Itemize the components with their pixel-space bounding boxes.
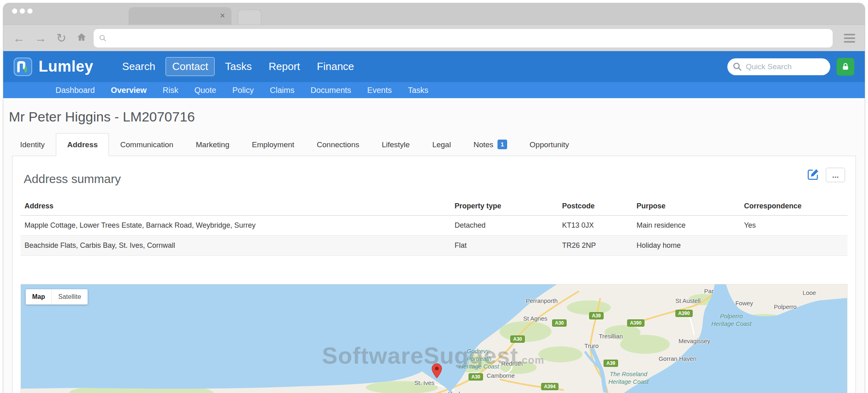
window-control-dot[interactable] [27, 8, 33, 14]
tab-legal[interactable]: Legal [421, 133, 463, 156]
edit-icon[interactable] [807, 167, 820, 183]
subnav-item-overview[interactable]: Overview [103, 86, 155, 95]
tab-label: Lifestyle [382, 140, 410, 149]
card-heading: Address summary [24, 172, 856, 186]
table-cell: Main residence [633, 216, 740, 236]
tab-label: Marketing [196, 140, 229, 149]
column-header-correspondence: Correspondence [740, 198, 848, 216]
quick-search[interactable] [727, 58, 830, 75]
tab-label: Communication [120, 140, 173, 149]
card-actions: ... [807, 167, 845, 183]
map-canvas[interactable]: MapSatellite PerranporthSt AgnesSt Auste… [20, 284, 848, 393]
window-control-dot[interactable] [20, 8, 25, 14]
subnav-item-tasks[interactable]: Tasks [400, 86, 436, 95]
tab-lifestyle[interactable]: Lifestyle [371, 133, 421, 156]
brand-name: Lumley [39, 58, 93, 75]
subnav-item-documents[interactable]: Documents [303, 86, 359, 95]
nav-item-tasks[interactable]: Tasks [219, 57, 258, 76]
tab-opportunity[interactable]: Opportunity [518, 133, 580, 156]
tab-identity[interactable]: Identity [9, 133, 56, 156]
browser-tab-active[interactable]: × [129, 7, 231, 25]
browser-toolbar: ← → ↻ [3, 25, 865, 51]
subnav-item-quote[interactable]: Quote [186, 86, 224, 95]
map-control-map[interactable]: Map [26, 289, 51, 305]
table-cell: Beachside Flats, Carbis Bay, St. Ives, C… [20, 236, 450, 256]
map-type-controls: MapSatellite [26, 289, 88, 305]
tab-communication[interactable]: Communication [109, 133, 184, 156]
search-icon [99, 35, 106, 42]
table-cell: Flat [450, 236, 558, 256]
table-cell: Mapple Cottage, Lower Trees Estate, Barn… [20, 216, 450, 236]
nav-item-report[interactable]: Report [262, 57, 307, 76]
nav-item-contact[interactable]: Contact [166, 57, 215, 76]
table-header-row: AddressProperty typePostcodePurposeCorre… [20, 198, 848, 216]
window-control-dot[interactable] [12, 8, 17, 14]
road-badge-a30: A30 [469, 373, 483, 381]
map-label-perranporth: Perranporth [526, 297, 557, 304]
page-content: Mr Peter Higgins - LM2070716 IdentityAdd… [3, 109, 865, 393]
road-badge-a30: A30 [510, 335, 525, 343]
tab-marketing[interactable]: Marketing [184, 133, 240, 156]
address-bar[interactable] [94, 29, 833, 47]
lumley-logo-icon [14, 58, 32, 76]
back-icon[interactable]: ← [13, 32, 25, 44]
browser-tab-strip: × [3, 3, 865, 25]
more-options-button[interactable]: ... [826, 168, 845, 182]
road-badge-a39: A39 [604, 360, 618, 367]
map-label-hayle: Hayle [448, 391, 463, 393]
road-badge-a390: A390 [627, 319, 645, 327]
tab-connections[interactable]: Connections [305, 133, 371, 156]
notes-count-badge: 1 [497, 140, 507, 149]
table-row[interactable]: Mapple Cottage, Lower Trees Estate, Barn… [20, 216, 848, 236]
subnav-item-policy[interactable]: Policy [224, 86, 262, 95]
forward-icon[interactable]: → [35, 32, 47, 44]
tab-close-icon[interactable]: × [220, 10, 225, 21]
record-tabs: IdentityAddressCommunicationMarketingEmp… [9, 133, 865, 156]
column-header-address: Address [20, 198, 450, 216]
map-label-st-agnes: St Agnes [523, 315, 547, 322]
road-badge-a390: A390 [676, 310, 693, 317]
map-coast-label-the-roseland-heritage-coast: The RoselandHeritage Coast [608, 370, 649, 385]
table-row[interactable]: Beachside Flats, Carbis Bay, St. Ives, C… [20, 236, 848, 256]
tab-employment[interactable]: Employment [241, 133, 306, 156]
road-badge-a30: A30 [552, 319, 567, 327]
lock-icon [841, 62, 850, 71]
browser-window: × ← → ↻ Lumley SearchContactTasksReportF… [3, 3, 865, 393]
map-label-redruth: Redruth [501, 360, 522, 367]
column-header-property-type: Property type [450, 198, 558, 216]
refresh-icon[interactable]: ↻ [56, 32, 66, 44]
subnav-item-risk[interactable]: Risk [155, 86, 186, 95]
tab-label: Address [67, 140, 98, 149]
tab-address[interactable]: Address [56, 133, 109, 156]
map-coast-label-godrevy-portreath-heritage-coast: Godrevy-PortreathHeritage Coast [459, 347, 499, 370]
search-icon [733, 62, 742, 73]
home-icon[interactable] [76, 31, 87, 45]
road-badge-a39: A39 [589, 312, 604, 319]
nav-item-finance[interactable]: Finance [311, 57, 361, 76]
tab-label: Opportunity [530, 140, 569, 149]
quick-search-input[interactable] [727, 58, 830, 75]
address-bar-input[interactable] [111, 34, 827, 43]
subnav-item-claims[interactable]: Claims [262, 86, 303, 95]
browser-tab-background[interactable] [238, 10, 261, 25]
table-cell [740, 236, 848, 256]
tab-notes[interactable]: Notes1 [462, 133, 518, 156]
tab-label: Employment [252, 140, 295, 149]
map-label-truro: Truro [584, 342, 598, 349]
table-cell: KT13 0JX [558, 216, 633, 236]
map-marker-pin-icon[interactable] [432, 363, 442, 379]
subnav-item-dashboard[interactable]: Dashboard [47, 86, 103, 95]
tab-label: Legal [432, 140, 451, 149]
nav-item-search[interactable]: Search [116, 57, 162, 76]
app-header: Lumley SearchContactTasksReportFinance [3, 51, 865, 82]
subnav-item-events[interactable]: Events [359, 86, 400, 95]
map-label-mevagissey: Mevagissey [678, 337, 710, 344]
map-control-satellite[interactable]: Satellite [51, 289, 88, 305]
map-label-portscatho: Portscatho [603, 391, 632, 393]
browser-menu-icon[interactable] [844, 32, 855, 45]
lock-button[interactable] [837, 58, 854, 76]
map-label-st-austell: St Austell [676, 297, 701, 304]
map-label-camborne: Camborne [487, 372, 515, 379]
address-summary-card: ... Address summary AddressProperty type… [12, 156, 856, 393]
map-label-st-ives: St. Ives [414, 379, 434, 386]
